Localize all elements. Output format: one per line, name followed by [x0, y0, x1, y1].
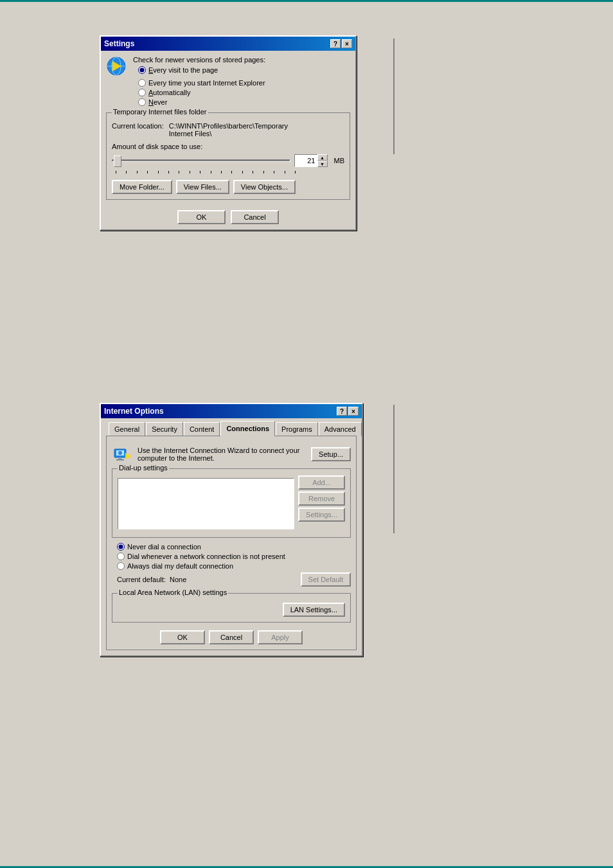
svg-rect-7	[116, 459, 124, 461]
tab-advanced[interactable]: Advanced	[319, 422, 362, 436]
settings-dialog: Settings ? × Check for ne	[100, 35, 357, 231]
io-help-button[interactable]: ?	[337, 407, 347, 416]
dialup-action-buttons: Add... Remove Settings...	[298, 475, 345, 532]
tab-connections[interactable]: Connections	[220, 421, 275, 436]
tick-2	[126, 171, 127, 173]
radio-auto-label: Automatically	[148, 89, 190, 96]
settings-titlebar: Settings ? ×	[101, 37, 355, 51]
tick-14	[253, 171, 253, 173]
tab-programs[interactable]: Programs	[276, 422, 318, 436]
tick-1	[116, 171, 116, 173]
radio-auto-input[interactable]	[138, 89, 146, 96]
io-apply-button[interactable]: Apply	[258, 630, 303, 644]
tick-18	[295, 171, 296, 173]
disk-space-label: Amount of disk space to use:	[112, 143, 344, 150]
radio-never-dial-input[interactable]	[117, 543, 125, 551]
lan-group: Local Area Network (LAN) settings LAN Se…	[112, 593, 351, 623]
close-button[interactable]: ×	[342, 39, 352, 48]
remove-button[interactable]: Remove	[298, 492, 345, 506]
radio-never-dial-label: Never dial a connection	[127, 543, 201, 551]
temp-files-label: Temporary Internet files folder	[112, 108, 208, 116]
tab-bar: General Security Content Connections Pro…	[106, 421, 357, 436]
lan-settings-button[interactable]: LAN Settings...	[283, 603, 345, 617]
settings-content: Check for newer versions of stored pages…	[101, 51, 355, 229]
io-titlebar-buttons: ? ×	[337, 407, 359, 416]
radio-never-dial: Never dial a connection	[117, 543, 351, 551]
slider-ticks	[112, 170, 299, 175]
radio-automatically: Automatically	[138, 89, 350, 96]
wizard-icon	[112, 444, 132, 465]
io-close-button[interactable]: ×	[348, 407, 359, 416]
current-location-path: C:\WINNT\Profiles\barberc\Temporary Inte…	[169, 122, 288, 137]
disk-space-input[interactable]	[294, 154, 317, 167]
tick-6	[168, 171, 169, 173]
temp-files-group: Temporary Internet files folder Current …	[106, 112, 350, 200]
radio-always-dial-label: Always dial my default connection	[127, 562, 233, 570]
settings-button[interactable]: Settings...	[298, 508, 345, 522]
settings-footer-buttons: OK Cancel	[106, 205, 350, 224]
tick-7	[179, 171, 179, 173]
tab-general[interactable]: General	[109, 422, 145, 436]
view-files-button[interactable]: View Files...	[176, 180, 229, 194]
radio-every-visit-input[interactable]	[138, 66, 146, 74]
dialup-group-label: Dial-up settings	[118, 464, 169, 472]
radio-every-start-label: Every time you start Internet Explorer	[148, 79, 265, 87]
radio-never-input[interactable]	[138, 98, 146, 106]
disk-space-spinbox: ▲ ▼	[294, 154, 328, 167]
tick-3	[137, 171, 138, 173]
wizard-row: Use the Internet Connection Wizard to co…	[112, 444, 351, 465]
radio-dial-when-input[interactable]	[117, 553, 125, 560]
radio-every-start: Every time you start Internet Explorer	[138, 79, 350, 87]
ie-icon	[106, 56, 127, 76]
disk-space-slider-row: ▲ ▼ MB	[112, 154, 344, 167]
current-location-row: Current location: C:\WINNT\Profiles\barb…	[112, 122, 344, 137]
dialup-listbox[interactable]	[118, 478, 294, 529]
svg-rect-6	[118, 457, 122, 459]
move-folder-button[interactable]: Move Folder...	[112, 180, 172, 194]
radio-never: Never	[138, 98, 350, 106]
disk-space-slider-thumb[interactable]	[114, 155, 121, 167]
settings-right-line	[393, 39, 395, 154]
setup-button[interactable]: Setup...	[311, 447, 351, 461]
settings-title-text: Settings	[104, 39, 134, 48]
dial-radio-group: Never dial a connection Dial whenever a …	[112, 543, 351, 570]
settings-title: Settings	[104, 39, 134, 48]
current-default-label: Current default: None	[117, 576, 186, 583]
lan-group-label: Local Area Network (LAN) settings	[118, 589, 228, 596]
tick-4	[147, 171, 148, 173]
set-default-button[interactable]: Set Default	[301, 572, 351, 587]
view-objects-button[interactable]: View Objects...	[233, 180, 296, 194]
spinbox-down[interactable]: ▼	[317, 161, 328, 167]
tick-16	[274, 171, 274, 173]
dialup-content: Add... Remove Settings...	[118, 475, 345, 532]
tab-security[interactable]: Security	[146, 422, 183, 436]
connections-tab-content: Use the Internet Connection Wizard to co…	[106, 436, 357, 650]
wizard-text: Use the Internet Connection Wizard to co…	[138, 447, 306, 462]
internet-options-right-line	[393, 405, 395, 533]
io-cancel-button[interactable]: Cancel	[209, 630, 254, 644]
tick-5	[158, 171, 159, 173]
disk-space-slider-track	[112, 159, 290, 162]
check-newer-label: Check for newer versions of stored pages…	[133, 56, 350, 64]
lan-button-row: LAN Settings...	[118, 603, 345, 617]
internet-options-titlebar: Internet Options ? ×	[101, 404, 362, 418]
radio-dial-when: Dial whenever a network connection is no…	[117, 553, 351, 560]
add-button[interactable]: Add...	[298, 475, 345, 490]
current-default-row: Current default: None Set Default	[112, 572, 351, 587]
radio-always-dial-input[interactable]	[117, 562, 125, 570]
tab-content[interactable]: Content	[184, 422, 220, 436]
tick-13	[242, 171, 243, 173]
settings-ok-button[interactable]: OK	[177, 210, 226, 224]
help-button[interactable]: ?	[330, 39, 341, 48]
internet-options-title-text: Internet Options	[104, 407, 164, 416]
spinbox-up[interactable]: ▲	[317, 154, 328, 161]
io-ok-button[interactable]: OK	[160, 630, 205, 644]
settings-cancel-button[interactable]: Cancel	[231, 210, 279, 224]
dialup-group: Dial-up settings Add... Remove Settings.…	[112, 468, 351, 538]
internet-options-title: Internet Options	[104, 407, 164, 416]
radio-every-start-input[interactable]	[138, 79, 146, 87]
radio-every-visit-label: Every visit to the page	[148, 66, 218, 74]
radio-dial-when-label: Dial whenever a network connection is no…	[127, 553, 285, 560]
spinbox-buttons: ▲ ▼	[317, 154, 328, 167]
internet-options-dialog: Internet Options ? × General Security Co…	[100, 403, 363, 657]
